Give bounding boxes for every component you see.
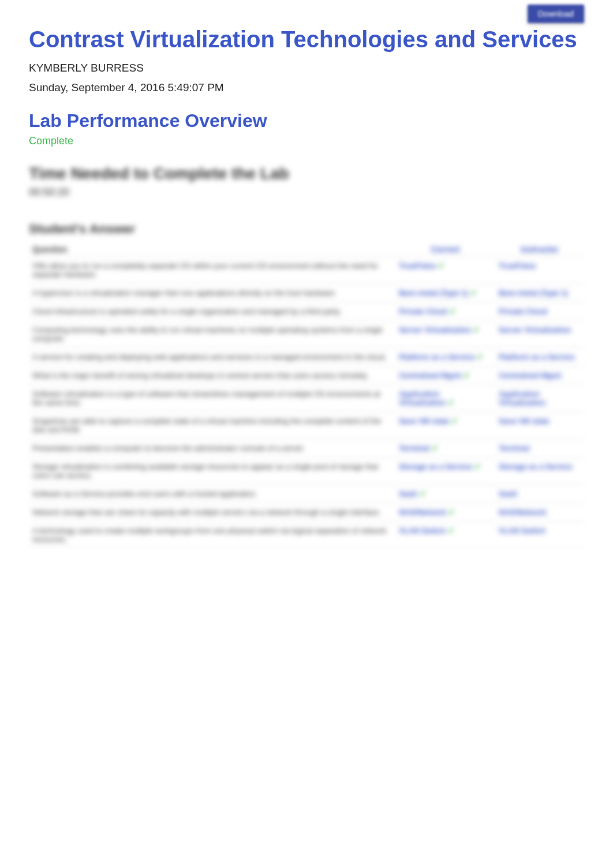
check-icon: ✔	[446, 526, 454, 535]
question-text: Presentation enables a computer to becom…	[29, 439, 395, 458]
col-correct: Correct	[395, 242, 495, 257]
download-button[interactable]: Download	[528, 5, 584, 23]
correct-answer[interactable]: True/False✔	[395, 257, 495, 284]
check-icon: ✔	[472, 462, 481, 471]
check-icon: ✔	[461, 371, 470, 380]
instructor-answer[interactable]: Terminal	[495, 439, 584, 458]
author-name: KYMBERLY BURRESS	[29, 62, 584, 74]
check-icon: ✔	[468, 289, 477, 297]
question-text: What is the major benefit of storing vir…	[29, 366, 395, 385]
answers-table: Question Correct Instructor VMs allow yo…	[29, 242, 584, 549]
col-instructor: Instructor	[495, 242, 584, 257]
correct-answer[interactable]: Server Virtualization✔	[395, 321, 495, 348]
check-icon: ✔	[436, 261, 444, 270]
table-row: Cloud infrastructure is operated solely …	[29, 302, 584, 321]
table-row: Snapshots are able to capture a complete…	[29, 412, 584, 439]
question-text: VMs allow you to run a completely separa…	[29, 257, 395, 284]
question-text: Software virtualization is a type of sof…	[29, 385, 395, 412]
question-text: A hypervisor is a virtualization manager…	[29, 284, 395, 302]
instructor-answer[interactable]: Platform as a Service	[495, 348, 584, 366]
table-row: Storage virtualization is combining avai…	[29, 458, 584, 485]
instructor-answer[interactable]: VLAN Switch	[495, 522, 584, 549]
correct-answer[interactable]: Private Cloud✔	[395, 302, 495, 321]
instructor-answer[interactable]: NAS/Network	[495, 503, 584, 522]
correct-answer[interactable]: VLAN Switch✔	[395, 522, 495, 549]
question-text: A service for creating and deploying web…	[29, 348, 395, 366]
correct-answer[interactable]: Platform as a Service✔	[395, 348, 495, 366]
table-row: A technology used to create multiple wor…	[29, 522, 584, 549]
question-text: Cloud infrastructure is operated solely …	[29, 302, 395, 321]
table-row: Presentation enables a computer to becom…	[29, 439, 584, 458]
check-icon: ✔	[474, 353, 483, 361]
section-heading: Lab Performance Overview	[29, 110, 584, 132]
correct-answer[interactable]: Bare-metal (Type 1)✔	[395, 284, 495, 302]
question-text: Network storage that can share its capac…	[29, 503, 395, 522]
table-row: Software as a Service provides end users…	[29, 485, 584, 503]
time-heading: Time Needed to Complete the Lab	[29, 164, 584, 183]
check-icon: ✔	[471, 326, 480, 334]
correct-answer[interactable]: Terminal✔	[395, 439, 495, 458]
col-question: Question	[29, 242, 395, 257]
check-icon: ✔	[429, 444, 438, 452]
table-row: A service for creating and deploying web…	[29, 348, 584, 366]
page-title: Contrast Virtualization Technologies and…	[29, 27, 584, 53]
table-row: Network storage that can share its capac…	[29, 503, 584, 522]
instructor-answer[interactable]: Save VM state	[495, 412, 584, 439]
instructor-answer[interactable]: Application Virtualization	[495, 385, 584, 412]
table-row: What is the major benefit of storing vir…	[29, 366, 584, 385]
status-text: Complete	[29, 135, 584, 147]
correct-answer[interactable]: Centralized Mgmt✔	[395, 366, 495, 385]
question-text: Computing technology uses the ability to…	[29, 321, 395, 348]
instructor-answer[interactable]: True/False	[495, 257, 584, 284]
check-icon: ✔	[447, 307, 456, 316]
instructor-answer[interactable]: Centralized Mgmt	[495, 366, 584, 385]
correct-answer[interactable]: Storage as a Service✔	[395, 458, 495, 485]
question-text: A technology used to create multiple wor…	[29, 522, 395, 549]
date-text: Sunday, September 4, 2016 5:49:07 PM	[29, 81, 584, 94]
instructor-answer[interactable]: Server Virtualization	[495, 321, 584, 348]
question-text: Snapshots are able to capture a complete…	[29, 412, 395, 439]
answers-heading: Student's Answer	[29, 222, 584, 237]
question-text: Software as a Service provides end users…	[29, 485, 395, 503]
correct-answer[interactable]: NAS/Network✔	[395, 503, 495, 522]
instructor-answer[interactable]: Storage as a Service	[495, 458, 584, 485]
table-row: A hypervisor is a virtualization manager…	[29, 284, 584, 302]
question-text: Storage virtualization is combining avai…	[29, 458, 395, 485]
table-row: Computing technology uses the ability to…	[29, 321, 584, 348]
instructor-answer[interactable]: Bare-metal (Type 1)	[495, 284, 584, 302]
correct-answer[interactable]: Save VM state✔	[395, 412, 495, 439]
check-icon: ✔	[449, 417, 458, 425]
check-icon: ✔	[446, 508, 455, 517]
check-icon: ✔	[417, 489, 426, 498]
instructor-answer[interactable]: SaaS	[495, 485, 584, 503]
table-row: VMs allow you to run a completely separa…	[29, 257, 584, 284]
check-icon: ✔	[446, 398, 454, 407]
time-value: 00:50:20	[29, 186, 584, 199]
correct-answer[interactable]: Application Virtualization✔	[395, 385, 495, 412]
table-row: Software virtualization is a type of sof…	[29, 385, 584, 412]
instructor-answer[interactable]: Private Cloud	[495, 302, 584, 321]
correct-answer[interactable]: SaaS✔	[395, 485, 495, 503]
